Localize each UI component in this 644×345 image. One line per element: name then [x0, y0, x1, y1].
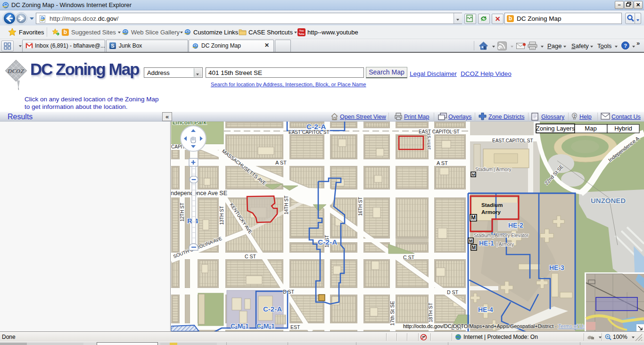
svg-text:17th St SE: 17th St SE: [389, 301, 395, 326]
svg-text:C-M-1: C-M-1: [256, 322, 275, 330]
svg-text:http://octo.dc.gov/DC/OCTO/Map: http://octo.dc.gov/DC/OCTO/Maps+and+Apps…: [403, 323, 589, 329]
svg-text:14TH ST: 14TH ST: [284, 196, 289, 214]
svg-text:Hybrid: Hybrid: [614, 125, 632, 132]
svg-text:C ST: C ST: [403, 255, 415, 260]
svg-text:Zoning Layers: Zoning Layers: [536, 125, 575, 132]
svg-text:HE-4: HE-4: [478, 306, 493, 313]
svg-text:D ST: D ST: [283, 289, 295, 295]
svg-text:Map: Map: [585, 125, 596, 132]
svg-text:ndependence Ave SE: ndependence Ave SE: [171, 190, 227, 197]
svg-text:EAST CAPITOL ST: EAST CAPITOL ST: [492, 138, 533, 143]
svg-text:?: ?: [624, 43, 627, 49]
svg-text:C-M-1: C-M-1: [231, 322, 249, 330]
svg-text:Armory: Armory: [481, 209, 501, 215]
svg-text:18TH ST: 18TH ST: [428, 302, 433, 322]
svg-text:Stadium | Armory: Stadium | Armory: [475, 167, 512, 172]
svg-text:Stadium: Stadium: [481, 202, 503, 208]
svg-text:12TH ST: 12TH ST: [180, 203, 185, 222]
svg-text:M: M: [472, 172, 475, 177]
svg-text:C-2-A: C-2-A: [263, 305, 282, 313]
svg-text:M: M: [471, 214, 476, 221]
svg-text:DCOZ: DCOZ: [7, 67, 24, 74]
svg-text:M: M: [469, 238, 473, 243]
svg-text:Stadium | Armory Elevator: Stadium | Armory Elevator: [474, 233, 529, 238]
svg-text:?: ?: [573, 114, 576, 118]
svg-text:D ST: D ST: [447, 289, 459, 295]
svg-text:M: M: [472, 245, 476, 250]
svg-text:HE-1: HE-1: [479, 239, 494, 247]
svg-text:HE-3: HE-3: [549, 264, 564, 271]
svg-text:Lincoln Park: Lincoln Park: [173, 122, 206, 126]
svg-text:13TH ST: 13TH ST: [219, 206, 224, 225]
svg-text:| Armory: | Armory: [496, 242, 514, 247]
svg-text:C-2-A: C-2-A: [306, 123, 326, 131]
svg-text:EST: EST: [290, 324, 300, 330]
svg-text:HE-2: HE-2: [508, 222, 523, 229]
svg-text:A ST: A ST: [437, 160, 448, 166]
svg-text:A ST: A ST: [275, 160, 287, 165]
svg-text:16TH ST: 16TH ST: [358, 197, 363, 216]
svg-text:C-2-A: C-2-A: [318, 238, 337, 246]
svg-text:EAST CAPITOL ST: EAST CAPITOL ST: [419, 129, 460, 134]
svg-text:18TH ST: 18TH ST: [427, 132, 431, 150]
svg-text:UNZONED: UNZONED: [591, 197, 626, 205]
svg-text:C ST: C ST: [245, 254, 256, 259]
